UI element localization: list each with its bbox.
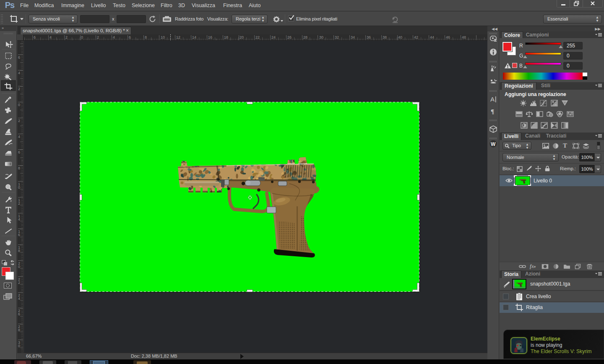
svg-text:A: A xyxy=(490,96,495,103)
svg-text:W: W xyxy=(491,141,496,147)
svg-text:¶: ¶ xyxy=(491,108,494,115)
